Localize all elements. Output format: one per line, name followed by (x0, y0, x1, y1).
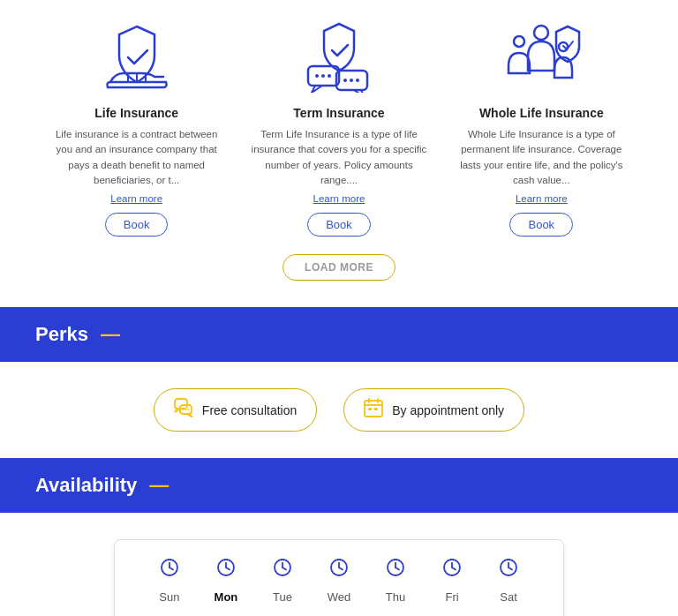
svg-line-30 (282, 567, 286, 570)
clock-icon (386, 558, 405, 582)
term-insurance-title: Term Insurance (293, 106, 384, 120)
life-insurance-title: Life Insurance (94, 106, 178, 120)
term-insurance-icon (295, 18, 383, 97)
calendar-icon (364, 398, 383, 422)
svg-rect-21 (374, 408, 378, 410)
svg-line-24 (170, 567, 173, 570)
clock-icon (160, 558, 179, 582)
perk-badge-by-appointment-only: By appointment only (343, 388, 524, 432)
load-more-wrapper: LOAD MORE (282, 254, 396, 281)
life-insurance-learn-more[interactable]: Learn more (110, 193, 162, 204)
svg-line-42 (508, 567, 512, 570)
perks-dash: — (101, 323, 120, 346)
availability-banner: Availability — (0, 458, 678, 513)
svg-line-36 (396, 567, 399, 570)
svg-point-15 (187, 409, 189, 410)
load-more-button[interactable]: LOAD MORE (282, 254, 396, 281)
svg-point-14 (185, 409, 186, 410)
service-card-whole-life-insurance: Whole Life Insurance Whole Life Insuranc… (453, 18, 629, 237)
clock-icon (442, 558, 462, 582)
whole-life-insurance-icon (497, 18, 585, 97)
day-col-thu: Thu All day (367, 558, 424, 616)
day-col-fri: Fri All day (424, 558, 480, 616)
availability-dash: — (149, 474, 169, 497)
free-consultation-label: Free consultation (202, 403, 297, 417)
svg-line-39 (452, 567, 456, 570)
day-col-tue: Tue All day (254, 558, 311, 616)
day-col-sun: Sun All day (141, 558, 198, 616)
svg-rect-11 (175, 399, 187, 409)
svg-point-6 (350, 79, 353, 82)
service-card-term-insurance: Term Insurance Term Life Insurance is a … (251, 18, 427, 237)
clock-icon (273, 558, 292, 582)
svg-point-4 (328, 74, 331, 78)
clock-icon (329, 558, 349, 582)
day-col-sat: Sat All day (480, 558, 537, 616)
day-col-mon: Mon All day (198, 558, 254, 616)
clock-icon (499, 558, 518, 582)
svg-rect-16 (365, 401, 382, 417)
day-label: Mon (215, 590, 238, 604)
svg-point-7 (356, 79, 359, 82)
svg-line-33 (339, 567, 343, 570)
perk-badge-free-consultation: Free consultation (154, 388, 317, 432)
whole-life-insurance-learn-more[interactable]: Learn more (516, 193, 568, 204)
svg-point-5 (343, 79, 347, 82)
day-col-wed: Wed All day (311, 558, 367, 616)
chat-icon (174, 398, 193, 422)
perks-content: Free consultation By appointment only (0, 362, 678, 458)
day-label: Tue (273, 590, 292, 604)
services-section: Life Insurance Life insurance is a contr… (0, 0, 678, 307)
term-insurance-learn-more[interactable]: Learn more (313, 193, 365, 204)
svg-point-3 (321, 74, 325, 78)
day-label: Fri (445, 590, 458, 604)
whole-life-insurance-desc: Whole Life Insurance is a type of perman… (453, 127, 629, 188)
services-grid: Life Insurance Life insurance is a contr… (35, 18, 643, 237)
whole-life-insurance-book-button[interactable]: Book (509, 213, 573, 237)
service-card-life-insurance: Life Insurance Life insurance is a contr… (49, 18, 225, 237)
availability-content: Sun All day Mon All day Tue All day (0, 513, 678, 616)
svg-point-8 (534, 26, 548, 40)
clock-icon (216, 558, 236, 582)
svg-rect-20 (368, 408, 372, 410)
svg-line-27 (226, 567, 230, 570)
perks-banner: Perks — (0, 307, 678, 362)
calendar-card: Sun All day Mon All day Tue All day (114, 539, 564, 616)
perks-title: Perks (35, 323, 88, 346)
life-insurance-book-button[interactable]: Book (105, 213, 169, 237)
day-label: Sat (500, 590, 517, 604)
day-label: Sun (159, 590, 179, 604)
svg-point-9 (514, 36, 524, 47)
term-insurance-book-button[interactable]: Book (307, 213, 371, 237)
by-appointment-only-label: By appointment only (392, 403, 504, 417)
svg-point-2 (315, 74, 319, 78)
availability-title: Availability (35, 474, 137, 497)
svg-point-13 (182, 409, 184, 410)
whole-life-insurance-title: Whole Life Insurance (479, 106, 604, 120)
life-insurance-desc: Life insurance is a contract between you… (49, 127, 225, 188)
day-label: Wed (328, 590, 351, 604)
day-label: Thu (386, 590, 405, 604)
term-insurance-desc: Term Life Insurance is a type of life in… (251, 127, 427, 188)
life-insurance-icon (93, 18, 181, 97)
